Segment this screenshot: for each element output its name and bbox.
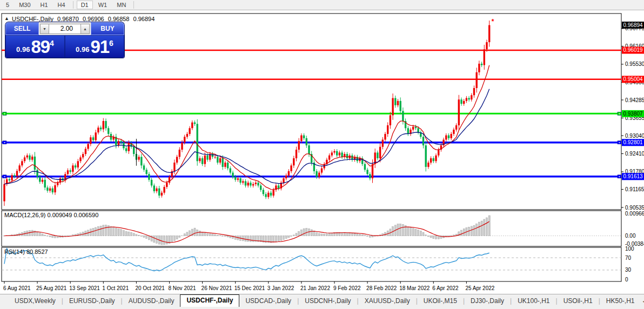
buy-price[interactable]: 0.96 91 6 <box>65 36 124 57</box>
candle-body <box>433 158 434 161</box>
timeframe-button-h4[interactable]: H4 <box>53 1 70 9</box>
buy-price-sup: 6 <box>109 39 113 48</box>
macd-histogram-bar <box>321 234 323 236</box>
candle-body <box>148 174 150 180</box>
candle-body <box>194 123 196 124</box>
date-axis-label: 26 Nov 2021 <box>202 285 232 291</box>
price-axis-label: 0.94285 <box>625 97 644 103</box>
chart-area[interactable]: 0.967750.961600.955300.949000.942850.936… <box>0 10 644 294</box>
candle-body <box>488 25 490 43</box>
macd-histogram-bar <box>293 235 294 236</box>
buy-price-big: 91 <box>90 38 109 56</box>
chart-tab-usdcad-daily[interactable]: USDCAD-,Daily <box>239 295 297 307</box>
line-handle-dot <box>619 142 620 143</box>
macd-histogram-bar <box>478 222 480 236</box>
chart-tab-usdcnh-daily[interactable]: USDCNH-,Daily <box>299 295 357 307</box>
date-axis-label: 6 Apr 2022 <box>432 285 459 291</box>
macd-histogram-bar <box>161 236 163 245</box>
chart-tab-usdchf-daily[interactable]: USDCHF-,Daily <box>180 294 239 307</box>
date-axis-label: 28 Feb 2022 <box>366 285 397 291</box>
status-strip <box>0 307 644 309</box>
chart-tab-dj30-daily[interactable]: DJ30-,Daily <box>465 295 510 307</box>
candle-body <box>234 177 236 180</box>
candle-body <box>138 157 139 159</box>
macd-histogram-bar <box>400 224 401 236</box>
macd-histogram-bar <box>349 233 351 236</box>
candle-body <box>458 99 460 125</box>
candle-body <box>242 181 244 183</box>
macd-histogram-bar <box>306 229 307 236</box>
chart-tab-ukoil-m15[interactable]: UKOil-,M15 <box>418 295 463 307</box>
candle-body <box>197 124 198 161</box>
candle-body <box>394 98 396 105</box>
candle-body <box>407 128 409 134</box>
chart-tab-hk50-h1[interactable]: HK50-,H1 <box>600 295 641 307</box>
candle-body <box>346 154 348 158</box>
chart-tab-usdx-weekly[interactable]: USDX,Weekly <box>9 295 62 307</box>
line-handle-dot <box>619 176 620 177</box>
timeframe-toolbar: 5M30H1H4D1W1MN <box>0 0 644 10</box>
candle-body <box>44 180 46 187</box>
macd-histogram-bar <box>37 232 38 236</box>
rsi-axis-label: 70 <box>625 255 632 261</box>
timeframe-button-h1[interactable]: H1 <box>36 1 52 9</box>
volume-increase-button[interactable]: ▲ <box>81 24 90 34</box>
macd-histogram-bar <box>397 224 399 236</box>
macd-histogram-bar <box>252 236 254 242</box>
chart-tab-usoil-h1[interactable]: USOil-,H1 <box>558 295 599 307</box>
macd-histogram-bar <box>313 231 315 236</box>
macd-histogram-bar <box>189 231 191 236</box>
chart-tab-eurusd-daily[interactable]: EURUSD-,Daily <box>63 295 121 307</box>
candle-body <box>87 144 89 149</box>
candle-body <box>128 143 130 151</box>
timeframe-button-5[interactable]: 5 <box>2 1 14 9</box>
candle-body <box>57 183 58 185</box>
sell-price[interactable]: 0.96 89 4 <box>6 36 64 57</box>
sell-button[interactable]: SELL <box>5 22 39 35</box>
candle-body <box>75 165 76 167</box>
candle-body <box>318 173 320 177</box>
candle-body <box>328 156 330 160</box>
candle-body <box>97 127 99 132</box>
candle-body <box>39 177 41 182</box>
candle-body <box>257 183 259 185</box>
candle-body <box>24 157 25 161</box>
timeframe-button-m30[interactable]: M30 <box>15 1 35 9</box>
candle-body <box>92 137 94 140</box>
macd-histogram-bar <box>402 224 404 236</box>
macd-histogram-bar <box>179 236 180 238</box>
candle-body <box>16 171 18 176</box>
candle-body <box>181 143 183 150</box>
candle-body <box>232 173 233 177</box>
candle-body <box>463 101 465 104</box>
candle-body <box>451 134 452 138</box>
buy-button[interactable]: BUY <box>91 22 124 35</box>
macd-histogram-bar <box>354 233 355 236</box>
candle-body <box>435 156 437 162</box>
macd-histogram-bar <box>42 234 43 236</box>
timeframe-button-d1[interactable]: D1 <box>77 1 93 9</box>
timeframe-button-mn[interactable]: MN <box>112 1 130 9</box>
macd-axis-label: 0.00 <box>625 233 636 239</box>
candle-body <box>67 170 69 174</box>
macd-histogram-bar <box>344 233 345 236</box>
chart-tab-audusd-daily[interactable]: AUDUSD-,Daily <box>123 295 180 307</box>
candle-body <box>120 141 122 143</box>
chart-tab-xauusd-daily[interactable]: XAUUSD-,Daily <box>359 295 416 307</box>
collapse-panel-icon[interactable]: ▲ <box>4 16 9 21</box>
macd-histogram-bar <box>278 236 279 241</box>
tab-scroll-left-icon[interactable]: ◂ <box>640 297 644 307</box>
date-axis-label: 18 Mar 2022 <box>399 285 430 291</box>
timeframe-button-w1[interactable]: W1 <box>94 1 112 9</box>
volume-decrease-button[interactable]: ▼ <box>40 24 49 34</box>
candle-body <box>219 158 221 163</box>
candle-body <box>85 149 86 154</box>
volume-input[interactable]: 2.00 <box>49 24 81 34</box>
candle-body <box>239 178 241 183</box>
rsi-indicator-label: RSI(14) 80.8527 <box>4 248 48 255</box>
candle-body <box>143 165 145 170</box>
panel-border[interactable] <box>2 247 621 281</box>
candle-body <box>103 121 104 129</box>
candle-body <box>11 175 12 180</box>
chart-tab-uk100-h1[interactable]: UK100-,H1 <box>512 295 555 307</box>
